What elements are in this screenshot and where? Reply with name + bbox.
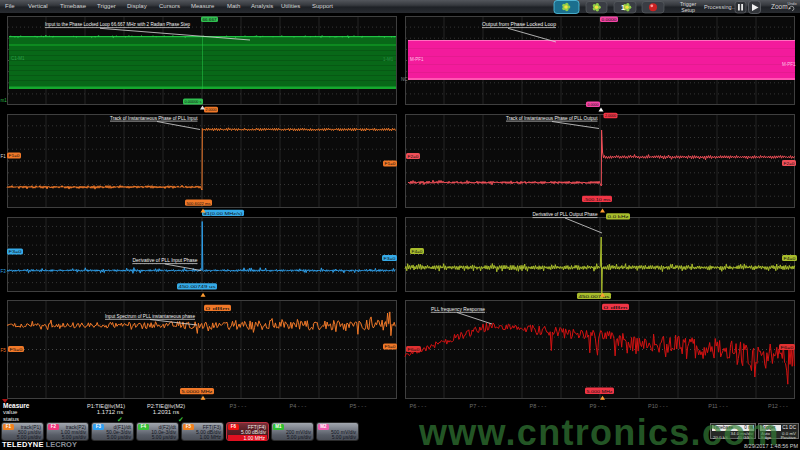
svg-text:Input to the Phase Locked Loop: Input to the Phase Locked Loop 66.667 MH… xyxy=(45,21,191,27)
svg-text:5.000 MHz: 5.000 MHz xyxy=(587,389,613,394)
svg-text:F1=0: F1=0 xyxy=(385,161,397,166)
svg-text:P12 - - -: P12 - - - xyxy=(768,403,788,409)
svg-text:500.6022 ms: 500.6022 ms xyxy=(187,201,211,206)
svg-text:M-PF1: M-PF1 xyxy=(410,57,424,62)
svg-text:NC: NC xyxy=(401,77,408,82)
svg-text:status: status xyxy=(3,416,19,422)
svg-text:Track of Instantaneous Phase o: Track of Instantaneous Phase of PLL Inpu… xyxy=(110,115,198,121)
svg-text:Measure: Measure xyxy=(3,402,30,409)
svg-text:F4=0: F4=0 xyxy=(784,256,797,261)
svg-text:F5: F5 xyxy=(1,348,7,353)
svg-text:F6=0: F6=0 xyxy=(781,345,795,350)
svg-text:P11 - - -: P11 - - - xyxy=(708,403,728,409)
svg-text:P9 - - -: P9 - - - xyxy=(590,403,607,409)
svg-text:M-PF1: M-PF1 xyxy=(782,62,796,67)
svg-text:F4=0: F4=0 xyxy=(412,249,424,254)
svg-text:1.1712 ns: 1.1712 ns xyxy=(97,409,123,415)
svg-text:Derivative of PLL Output Phase: Derivative of PLL Output Phase xyxy=(533,211,599,217)
svg-text:450.007 us: 450.007 us xyxy=(579,294,610,299)
svg-text:F3=0: F3=0 xyxy=(9,249,23,254)
svg-text:P5 - - -: P5 - - - xyxy=(350,403,367,409)
svg-text:P6 - - -: P6 - - - xyxy=(410,403,427,409)
svg-text:P7 - - -: P7 - - - xyxy=(470,403,487,409)
svg-text:F3: F3 xyxy=(1,269,7,274)
svg-text:0 dBm: 0 dBm xyxy=(206,306,231,311)
svg-text:P3 - - -: P3 - - - xyxy=(230,403,247,409)
svg-text:2.0000: 2.0000 xyxy=(206,107,218,112)
svg-text:0.00000 s: 0.00000 s xyxy=(185,99,202,104)
svg-text:m1: m1 xyxy=(1,98,8,103)
svg-text:Track of Instantaneous Phase o: Track of Instantaneous Phase of PLL Outp… xyxy=(506,115,598,121)
svg-text:0.0 kHz: 0.0 kHz xyxy=(608,214,629,219)
svg-text:F2=0: F2=0 xyxy=(408,154,420,159)
svg-text:P8 - - -: P8 - - - xyxy=(530,403,547,409)
svg-text:5.0000 MHz: 5.0000 MHz xyxy=(182,389,213,394)
svg-text:C1-M1: C1-M1 xyxy=(11,56,25,61)
svg-text:P10 - - -: P10 - - - xyxy=(648,403,668,409)
svg-text:450.00749 us: 450.00749 us xyxy=(179,284,216,289)
svg-text:F2=0: F2=0 xyxy=(784,161,796,166)
svg-text:value: value xyxy=(3,409,18,415)
svg-text:0.0000: 0.0000 xyxy=(602,17,618,22)
svg-text:-500.10 ms: -500.10 ms xyxy=(584,197,611,202)
svg-text:F3=0: F3=0 xyxy=(384,256,397,261)
svg-text:F6=0: F6=0 xyxy=(408,347,421,352)
svg-text:F5=0: F5=0 xyxy=(385,344,397,349)
svg-text:PLL frequency Response: PLL frequency Response xyxy=(431,306,486,312)
svg-text:0.0000: 0.0000 xyxy=(588,102,600,107)
svg-text:Input Spectrum of PLL instanta: Input Spectrum of PLL instantaneous phas… xyxy=(105,313,196,319)
svg-text:66.667: 66.667 xyxy=(203,17,218,22)
svg-text:Output from Phase Locked Loop: Output from Phase Locked Loop xyxy=(482,21,557,27)
svg-text:d1(0.00 MHz/s): d1(0.00 MHz/s) xyxy=(204,211,244,216)
svg-text:0 dBm: 0 dBm xyxy=(604,305,629,310)
svg-text:P4 - - -: P4 - - - xyxy=(290,403,307,409)
svg-text:F1=0: F1=0 xyxy=(9,153,21,158)
svg-text:1.2031 ns: 1.2031 ns xyxy=(153,409,179,415)
svg-text:F1: F1 xyxy=(1,154,7,159)
svg-text:1-M1: 1-M1 xyxy=(383,57,394,62)
svg-text:F5=0: F5=0 xyxy=(10,347,24,352)
svg-text:2.0000: 2.0000 xyxy=(605,113,617,118)
svg-text:Derivative of PLL Input Phase: Derivative of PLL Input Phase xyxy=(133,257,199,263)
